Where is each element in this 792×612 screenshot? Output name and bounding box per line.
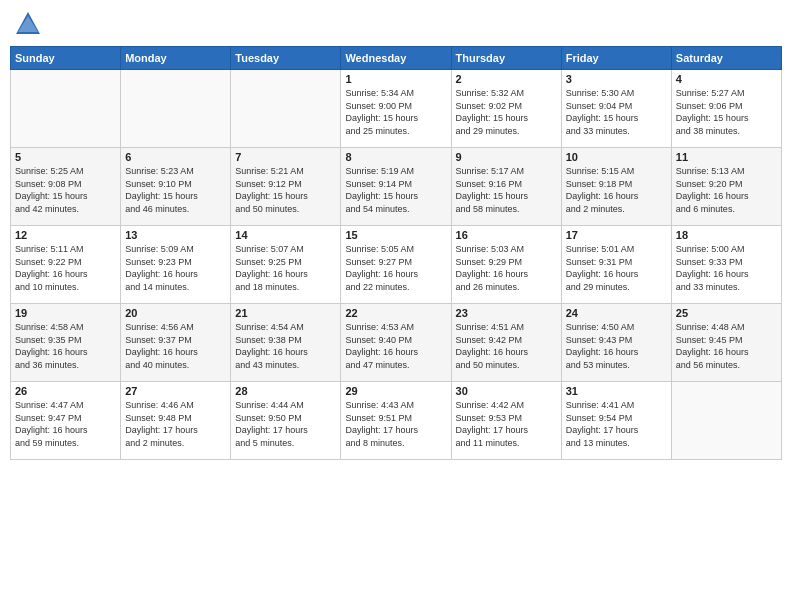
- day-info: Sunrise: 5:34 AM Sunset: 9:00 PM Dayligh…: [345, 87, 446, 137]
- day-cell: 16Sunrise: 5:03 AM Sunset: 9:29 PM Dayli…: [451, 226, 561, 304]
- week-row-1: 1Sunrise: 5:34 AM Sunset: 9:00 PM Daylig…: [11, 70, 782, 148]
- header: [10, 10, 782, 38]
- day-number: 25: [676, 307, 777, 319]
- day-number: 31: [566, 385, 667, 397]
- day-info: Sunrise: 5:30 AM Sunset: 9:04 PM Dayligh…: [566, 87, 667, 137]
- svg-marker-1: [18, 16, 38, 32]
- day-info: Sunrise: 5:01 AM Sunset: 9:31 PM Dayligh…: [566, 243, 667, 293]
- day-cell: 7Sunrise: 5:21 AM Sunset: 9:12 PM Daylig…: [231, 148, 341, 226]
- col-header-wednesday: Wednesday: [341, 47, 451, 70]
- day-cell: 28Sunrise: 4:44 AM Sunset: 9:50 PM Dayli…: [231, 382, 341, 460]
- col-header-monday: Monday: [121, 47, 231, 70]
- day-number: 3: [566, 73, 667, 85]
- day-info: Sunrise: 4:44 AM Sunset: 9:50 PM Dayligh…: [235, 399, 336, 449]
- day-cell: 30Sunrise: 4:42 AM Sunset: 9:53 PM Dayli…: [451, 382, 561, 460]
- day-info: Sunrise: 4:58 AM Sunset: 9:35 PM Dayligh…: [15, 321, 116, 371]
- day-cell: 29Sunrise: 4:43 AM Sunset: 9:51 PM Dayli…: [341, 382, 451, 460]
- day-number: 1: [345, 73, 446, 85]
- day-info: Sunrise: 4:47 AM Sunset: 9:47 PM Dayligh…: [15, 399, 116, 449]
- day-info: Sunrise: 5:13 AM Sunset: 9:20 PM Dayligh…: [676, 165, 777, 215]
- day-cell: 23Sunrise: 4:51 AM Sunset: 9:42 PM Dayli…: [451, 304, 561, 382]
- day-number: 26: [15, 385, 116, 397]
- day-number: 14: [235, 229, 336, 241]
- day-cell: [11, 70, 121, 148]
- day-info: Sunrise: 5:05 AM Sunset: 9:27 PM Dayligh…: [345, 243, 446, 293]
- day-cell: 22Sunrise: 4:53 AM Sunset: 9:40 PM Dayli…: [341, 304, 451, 382]
- day-info: Sunrise: 5:07 AM Sunset: 9:25 PM Dayligh…: [235, 243, 336, 293]
- day-number: 13: [125, 229, 226, 241]
- day-info: Sunrise: 5:17 AM Sunset: 9:16 PM Dayligh…: [456, 165, 557, 215]
- day-info: Sunrise: 4:41 AM Sunset: 9:54 PM Dayligh…: [566, 399, 667, 449]
- week-row-5: 26Sunrise: 4:47 AM Sunset: 9:47 PM Dayli…: [11, 382, 782, 460]
- day-number: 22: [345, 307, 446, 319]
- day-info: Sunrise: 5:27 AM Sunset: 9:06 PM Dayligh…: [676, 87, 777, 137]
- day-cell: 20Sunrise: 4:56 AM Sunset: 9:37 PM Dayli…: [121, 304, 231, 382]
- day-cell: 11Sunrise: 5:13 AM Sunset: 9:20 PM Dayli…: [671, 148, 781, 226]
- calendar-header-row: SundayMondayTuesdayWednesdayThursdayFrid…: [11, 47, 782, 70]
- day-cell: 19Sunrise: 4:58 AM Sunset: 9:35 PM Dayli…: [11, 304, 121, 382]
- day-number: 6: [125, 151, 226, 163]
- day-number: 16: [456, 229, 557, 241]
- day-info: Sunrise: 5:00 AM Sunset: 9:33 PM Dayligh…: [676, 243, 777, 293]
- day-cell: 3Sunrise: 5:30 AM Sunset: 9:04 PM Daylig…: [561, 70, 671, 148]
- day-info: Sunrise: 4:43 AM Sunset: 9:51 PM Dayligh…: [345, 399, 446, 449]
- day-info: Sunrise: 5:21 AM Sunset: 9:12 PM Dayligh…: [235, 165, 336, 215]
- day-number: 21: [235, 307, 336, 319]
- day-cell: 13Sunrise: 5:09 AM Sunset: 9:23 PM Dayli…: [121, 226, 231, 304]
- day-cell: 31Sunrise: 4:41 AM Sunset: 9:54 PM Dayli…: [561, 382, 671, 460]
- day-number: 9: [456, 151, 557, 163]
- day-number: 29: [345, 385, 446, 397]
- day-number: 17: [566, 229, 667, 241]
- day-number: 28: [235, 385, 336, 397]
- day-info: Sunrise: 4:54 AM Sunset: 9:38 PM Dayligh…: [235, 321, 336, 371]
- day-info: Sunrise: 5:11 AM Sunset: 9:22 PM Dayligh…: [15, 243, 116, 293]
- day-number: 24: [566, 307, 667, 319]
- day-number: 4: [676, 73, 777, 85]
- day-number: 2: [456, 73, 557, 85]
- day-cell: 25Sunrise: 4:48 AM Sunset: 9:45 PM Dayli…: [671, 304, 781, 382]
- day-cell: [231, 70, 341, 148]
- logo: [14, 10, 46, 38]
- day-cell: 2Sunrise: 5:32 AM Sunset: 9:02 PM Daylig…: [451, 70, 561, 148]
- day-cell: 26Sunrise: 4:47 AM Sunset: 9:47 PM Dayli…: [11, 382, 121, 460]
- day-cell: 1Sunrise: 5:34 AM Sunset: 9:00 PM Daylig…: [341, 70, 451, 148]
- day-info: Sunrise: 5:32 AM Sunset: 9:02 PM Dayligh…: [456, 87, 557, 137]
- col-header-tuesday: Tuesday: [231, 47, 341, 70]
- day-number: 8: [345, 151, 446, 163]
- day-info: Sunrise: 4:51 AM Sunset: 9:42 PM Dayligh…: [456, 321, 557, 371]
- day-info: Sunrise: 4:50 AM Sunset: 9:43 PM Dayligh…: [566, 321, 667, 371]
- day-info: Sunrise: 5:03 AM Sunset: 9:29 PM Dayligh…: [456, 243, 557, 293]
- day-cell: 21Sunrise: 4:54 AM Sunset: 9:38 PM Dayli…: [231, 304, 341, 382]
- day-info: Sunrise: 5:25 AM Sunset: 9:08 PM Dayligh…: [15, 165, 116, 215]
- day-number: 18: [676, 229, 777, 241]
- day-cell: 15Sunrise: 5:05 AM Sunset: 9:27 PM Dayli…: [341, 226, 451, 304]
- day-number: 11: [676, 151, 777, 163]
- day-info: Sunrise: 4:42 AM Sunset: 9:53 PM Dayligh…: [456, 399, 557, 449]
- day-cell: 5Sunrise: 5:25 AM Sunset: 9:08 PM Daylig…: [11, 148, 121, 226]
- day-info: Sunrise: 5:19 AM Sunset: 9:14 PM Dayligh…: [345, 165, 446, 215]
- day-info: Sunrise: 5:09 AM Sunset: 9:23 PM Dayligh…: [125, 243, 226, 293]
- week-row-3: 12Sunrise: 5:11 AM Sunset: 9:22 PM Dayli…: [11, 226, 782, 304]
- col-header-saturday: Saturday: [671, 47, 781, 70]
- day-info: Sunrise: 5:15 AM Sunset: 9:18 PM Dayligh…: [566, 165, 667, 215]
- day-cell: 24Sunrise: 4:50 AM Sunset: 9:43 PM Dayli…: [561, 304, 671, 382]
- day-cell: 4Sunrise: 5:27 AM Sunset: 9:06 PM Daylig…: [671, 70, 781, 148]
- day-number: 12: [15, 229, 116, 241]
- day-number: 15: [345, 229, 446, 241]
- col-header-friday: Friday: [561, 47, 671, 70]
- day-number: 27: [125, 385, 226, 397]
- week-row-2: 5Sunrise: 5:25 AM Sunset: 9:08 PM Daylig…: [11, 148, 782, 226]
- day-number: 20: [125, 307, 226, 319]
- day-info: Sunrise: 5:23 AM Sunset: 9:10 PM Dayligh…: [125, 165, 226, 215]
- day-cell: 10Sunrise: 5:15 AM Sunset: 9:18 PM Dayli…: [561, 148, 671, 226]
- day-cell: 9Sunrise: 5:17 AM Sunset: 9:16 PM Daylig…: [451, 148, 561, 226]
- day-cell: 8Sunrise: 5:19 AM Sunset: 9:14 PM Daylig…: [341, 148, 451, 226]
- day-cell: 27Sunrise: 4:46 AM Sunset: 9:48 PM Dayli…: [121, 382, 231, 460]
- day-cell: 6Sunrise: 5:23 AM Sunset: 9:10 PM Daylig…: [121, 148, 231, 226]
- calendar: SundayMondayTuesdayWednesdayThursdayFrid…: [10, 46, 782, 460]
- col-header-sunday: Sunday: [11, 47, 121, 70]
- day-info: Sunrise: 4:48 AM Sunset: 9:45 PM Dayligh…: [676, 321, 777, 371]
- day-number: 30: [456, 385, 557, 397]
- day-number: 19: [15, 307, 116, 319]
- day-number: 23: [456, 307, 557, 319]
